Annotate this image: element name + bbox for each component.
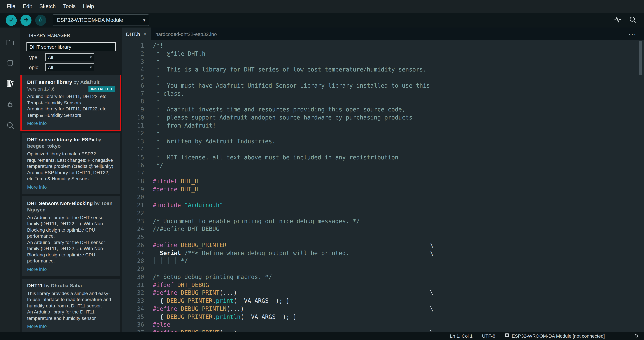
more-info-link[interactable]: More info <box>27 266 114 272</box>
code-line[interactable]: 16 */ <box>122 161 644 170</box>
code-line[interactable]: 24//#define DHT_DEBUG <box>122 225 644 233</box>
serial-plotter-icon[interactable] <box>614 16 622 25</box>
code-line[interactable]: 29 <box>122 265 644 273</box>
sidebar-item-search[interactable] <box>0 115 20 136</box>
library-search-input[interactable] <box>26 42 116 51</box>
library-description: Arduino ESP library for DHT11, DHT22, et… <box>27 169 114 182</box>
library-author: Dhruba Saha <box>51 282 82 288</box>
library-card[interactable]: DHT Sensors Non-Blocking by Toan NguyenA… <box>22 196 120 276</box>
folder-icon <box>6 37 15 48</box>
code-line[interactable]: 37#define DEBUG_PRINT(...) \ <box>122 329 644 332</box>
library-card[interactable]: DHT11 by Dhruba SahaThis library provide… <box>22 278 120 332</box>
code-line[interactable]: 21#include "Arduino.h" <box>122 201 644 210</box>
code-line[interactable]: 13 * Written by Adafruit Industries. <box>122 138 644 146</box>
code-editor[interactable]: 1/*!2 * @file DHT.h3 *4 * This is a libr… <box>122 40 644 332</box>
cursor-position[interactable]: Ln 1, Col 1 <box>450 333 472 338</box>
library-card[interactable]: DHT sensor library for ESPx by beegee_to… <box>22 133 120 194</box>
more-info-link[interactable]: More info <box>27 323 114 329</box>
library-card[interactable]: DHT sensor library by AdafruitVersion 1.… <box>22 75 120 130</box>
verify-button[interactable] <box>6 15 17 26</box>
line-continuation: \ <box>349 250 434 256</box>
code-line[interactable]: 8 * <box>122 98 644 106</box>
line-content: { DEBUG_PRINTER.print(__VA_ARGS__); } <box>144 297 290 305</box>
code-line[interactable]: 18#ifndef DHT_H <box>122 178 644 186</box>
more-info-link[interactable]: More info <box>27 184 114 190</box>
line-content <box>144 194 153 202</box>
serial-monitor-icon[interactable] <box>628 16 637 25</box>
close-icon[interactable]: × <box>143 31 146 37</box>
code-line[interactable]: 34#define DEBUG_PRINTLN(...) \ <box>122 305 644 313</box>
line-number: 12 <box>122 130 144 138</box>
menu-item-file[interactable]: File <box>3 0 19 13</box>
code-line[interactable]: 22 <box>122 210 644 218</box>
menu-item-sketch[interactable]: Sketch <box>36 0 60 13</box>
line-content: #define DEBUG_PRINTLN(...) \ <box>144 305 434 313</box>
board-selector[interactable]: ESP32-WROOM-DA Module ▾ <box>52 15 149 26</box>
code-line[interactable]: 23/* Uncomment to enable printing out ni… <box>122 217 644 225</box>
status-bar: Ln 1, Col 1 UTF-8 ESP32-WROOM-DA Module … <box>0 332 644 340</box>
topic-filter-label: Topic: <box>26 64 45 70</box>
code-line[interactable]: 14 * <box>122 146 644 154</box>
tab-hardcoded-dht22-esp32.ino[interactable]: hardcoded-dht22-esp32.ino <box>151 28 221 40</box>
code-line[interactable]: 32#define DEBUG_PRINT(...) \ <box>122 289 644 297</box>
topic-filter-select[interactable]: All ▾ <box>45 63 94 71</box>
code-line[interactable]: 9 * Adafruit invests time and resources … <box>122 106 644 114</box>
menu-item-tools[interactable]: Tools <box>60 0 80 13</box>
code-line[interactable]: 25 <box>122 233 644 241</box>
line-number: 10 <box>122 114 144 122</box>
line-number: 1 <box>122 42 144 50</box>
line-content: * <box>144 130 160 138</box>
code-line[interactable]: 33 { DEBUG_PRINTER.print(__VA_ARGS__); } <box>122 297 644 305</box>
code-line[interactable]: 1/*! <box>122 42 644 50</box>
chevron-down-icon: ▾ <box>90 65 92 69</box>
code-line[interactable]: 10 * please support Adafruit andopen-sou… <box>122 114 644 122</box>
more-info-link[interactable]: More info <box>27 120 114 126</box>
line-number: 7 <box>122 90 144 98</box>
sidebar-item-boards-manager[interactable] <box>0 53 20 74</box>
code-line[interactable]: 15 * MIT license, all text above must be… <box>122 153 644 161</box>
sidebar-item-debug[interactable] <box>0 95 20 115</box>
menu-item-edit[interactable]: Edit <box>19 0 36 13</box>
debug-button[interactable] <box>35 15 46 26</box>
code-line[interactable]: 2 * @file DHT.h <box>122 50 644 58</box>
line-number: 25 <box>122 233 144 241</box>
line-number: 28 <box>122 257 144 265</box>
code-line[interactable]: 35 { DEBUG_PRINTER.println(__VA_ARGS__);… <box>122 313 644 321</box>
editor-overflow-menu[interactable]: ··· <box>628 30 644 38</box>
tab-DHT.h[interactable]: DHT.h× <box>122 28 151 40</box>
menu-item-help[interactable]: Help <box>79 0 98 13</box>
code-line[interactable]: 6 * You must have Adafruit Unified Senso… <box>122 82 644 90</box>
code-line[interactable]: 11 * from Adafruit! <box>122 122 644 130</box>
editor-scrollbar[interactable] <box>639 41 642 75</box>
code-line[interactable]: 27 Serial /**< Define where debug output… <box>122 249 644 257</box>
notifications-bell-icon[interactable] <box>634 333 639 338</box>
sidebar-item-sketchbook[interactable] <box>0 32 20 53</box>
library-author: Adafruit <box>80 79 100 85</box>
code-line[interactable]: 36#else <box>122 321 644 329</box>
tab-bar: DHT.h×hardcoded-dht22-esp32.ino ··· <box>122 28 644 40</box>
code-line[interactable]: 4 * This is a library for DHT series of … <box>122 66 644 74</box>
code-line[interactable]: 31#ifdef DHT_DEBUG <box>122 281 644 289</box>
upload-button[interactable] <box>20 15 32 26</box>
code-line[interactable]: 17 <box>122 169 644 178</box>
type-filter-select[interactable]: All ▾ <box>45 53 94 61</box>
line-content <box>144 265 153 273</box>
code-line[interactable]: 19#define DHT_H <box>122 186 644 194</box>
code-line[interactable]: 12 * <box>122 130 644 138</box>
chevron-down-icon: ▾ <box>90 55 92 59</box>
code-line[interactable]: 3 * <box>122 58 644 66</box>
code-line[interactable]: 30/* Setup debug printing macros. */ <box>122 273 644 281</box>
code-line[interactable]: 7 * class. <box>122 90 644 98</box>
code-line[interactable]: 26#define DEBUG_PRINTER \ <box>122 241 644 249</box>
code-line[interactable]: 28│ │ │ │ */ <box>122 257 644 265</box>
chevron-down-icon: ▾ <box>143 18 146 23</box>
menubar: FileEditSketchToolsHelp <box>0 0 644 13</box>
sidebar-item-library-manager[interactable] <box>0 74 20 95</box>
code-line[interactable]: 5 * <box>122 74 644 82</box>
line-content: * <box>144 58 160 66</box>
code-line[interactable]: 20 <box>122 194 644 202</box>
line-number: 37 <box>122 329 144 332</box>
board-status[interactable]: ESP32-WROOM-DA Module [not connected] <box>504 333 605 339</box>
line-continuation: \ <box>237 329 434 332</box>
line-number: 20 <box>122 194 144 202</box>
